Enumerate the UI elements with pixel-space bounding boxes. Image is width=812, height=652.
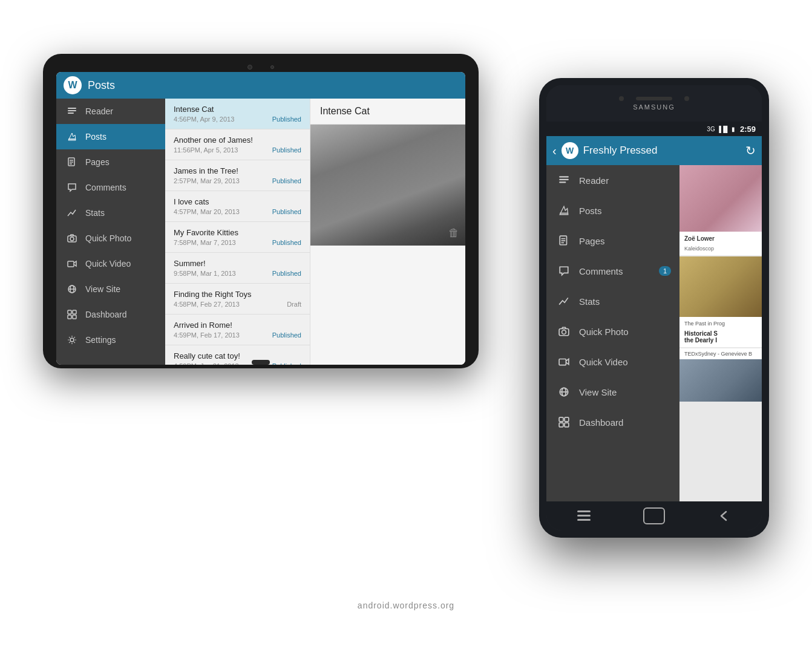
phone-sidebar-pages[interactable]: Pages [546,226,679,256]
phone-sidebar-view-site[interactable]: View Site [546,377,679,407]
post-meta-0: 4:56PM, Apr 9, 2013 Published [174,116,301,123]
post-item-7[interactable]: Arrived in Rome! 4:59PM, Feb 17, 2013 Pu… [165,315,310,345]
tablet-home-button[interactable] [252,360,270,365]
post-item-3[interactable]: I love cats 4:57PM, Mar 20, 2013 Publish… [165,191,310,222]
phone-posts-icon [557,204,571,217]
svg-rect-19 [559,176,569,177]
sidebar-label-quick-photo: Quick Photo [85,233,131,243]
svg-rect-39 [577,519,591,521]
svg-rect-2 [68,112,74,114]
phone-home-button[interactable] [643,507,665,524]
phone-back-button-nav[interactable] [709,505,739,527]
post-item-1[interactable]: Another one of James! 11:56PM, Apr 5, 20… [165,129,310,160]
sidebar-item-dashboard[interactable]: Dashboard [56,302,165,327]
phone-sidebar-stats[interactable]: Stats [546,286,679,316]
sidebar-item-posts[interactable]: Posts [56,124,165,149]
sidebar-item-comments[interactable]: Comments [56,175,165,200]
post-title-2: James in the Tree! [174,166,301,175]
view-site-icon [66,283,78,295]
phone-label-posts: Posts [579,206,602,216]
phone-label-view-site: View Site [579,387,617,397]
post-item-6[interactable]: Finding the Right Toys 4:58PM, Feb 27, 2… [165,284,310,315]
post-item-8[interactable]: Really cute cat toy! 4:59PM, Jan 21, 201… [165,345,310,365]
sidebar-label-quick-video: Quick Video [85,259,131,269]
svg-rect-29 [559,359,566,365]
post-meta-5: 9:58PM, Mar 1, 2013 Published [174,270,301,277]
preview-card-1-image [679,165,762,232]
phone-menu-button[interactable] [569,505,599,527]
sidebar-label-comments: Comments [85,183,126,192]
svg-rect-37 [577,510,591,512]
phone-sensors [619,96,689,101]
sidebar-label-settings: Settings [85,335,116,345]
samsung-brand: SAMSUNG [633,103,675,111]
phone-stats-icon [557,295,571,308]
preview-card-2-image [679,256,762,317]
post-item-4[interactable]: My Favorite Kitties 7:58PM, Mar 7, 2013 … [165,222,310,253]
svg-rect-16 [68,315,71,319]
phone-reader-icon [557,174,571,187]
phone-sidebar-quick-photo[interactable]: Quick Photo [546,316,679,347]
sidebar-item-reader[interactable]: Reader [56,99,165,124]
post-meta-4: 7:58PM, Mar 7, 2013 Published [174,239,301,246]
post-item-5[interactable]: Summer! 9:58PM, Mar 1, 2013 Published [165,253,310,284]
phone-label-quick-video: Quick Video [579,357,628,367]
phone-sidebar-posts[interactable]: Posts [546,195,679,226]
post-item-0[interactable]: Intense Cat 4:56PM, Apr 9, 2013 Publishe… [165,99,310,129]
phone-top-bezel: SAMSUNG [546,85,762,122]
phone-view-site-icon [557,385,571,399]
phone-content: Reader Posts Pages [546,165,762,501]
tablet-camera [247,65,252,70]
phone-label-pages: Pages [579,236,605,246]
post-item-2[interactable]: James in the Tree! 2:57PM, Mar 29, 2013 … [165,160,310,191]
phone-sidebar-comments[interactable]: Comments 1 [546,256,679,286]
phone-sidebar-dashboard[interactable]: Dashboard [546,407,679,437]
phone-app: ‹ W Freshly Pressed ↻ [546,136,762,530]
svg-rect-33 [559,417,563,422]
trash-icon[interactable]: 🗑 [448,227,459,240]
phone-label-dashboard: Dashboard [579,417,623,428]
post-meta-8: 4:59PM, Jan 21, 2013 Published [174,362,301,365]
battery-icon: ▮ [732,126,735,132]
post-title-3: I love cats [174,197,301,206]
preview-card-2[interactable]: The Past in Prog Historical Sthe Dearly … [679,256,762,347]
phone-sidebar-reader[interactable]: Reader [546,165,679,195]
comments-badge: 1 [659,266,671,276]
svg-rect-36 [565,423,569,427]
phone-quick-photo-icon [557,325,571,338]
svg-rect-34 [565,417,569,422]
sidebar-item-view-site[interactable]: View Site [56,276,165,302]
reader-icon [66,105,78,117]
preview-card-3[interactable]: TEDxSydney - Genevieve B [679,348,762,402]
preview-card-1[interactable]: Zoë Lower Kaleidoscop [679,165,762,255]
dashboard-icon [66,308,78,321]
sidebar-item-quick-video[interactable]: Quick Video [56,251,165,276]
wp-initial: W [68,80,77,91]
tablet-screen: W Posts Reader [56,72,465,365]
svg-point-9 [70,237,74,241]
sidebar-item-settings[interactable]: Settings [56,327,165,353]
preview-card-3-image [679,359,762,402]
wordpress-logo: W [64,76,82,94]
sensor-dot [684,96,689,101]
phone-back-button[interactable]: ‹ [552,144,557,158]
preview-image: 🗑 [310,125,465,246]
post-meta-6: 4:58PM, Feb 27, 2013 Draft [174,301,301,308]
svg-rect-15 [73,310,76,314]
sidebar-item-stats[interactable]: Stats [56,200,165,226]
sidebar-item-quick-photo[interactable]: Quick Photo [56,226,165,251]
svg-rect-10 [68,261,74,267]
post-title-8: Really cute cat toy! [174,351,301,360]
phone-sidebar-quick-video[interactable]: Quick Video [546,347,679,377]
cat-image [310,125,465,246]
sidebar-item-pages[interactable]: Pages [56,149,165,175]
phone-topbar: ‹ W Freshly Pressed ↻ [546,136,762,165]
post-meta-2: 2:57PM, Mar 29, 2013 Published [174,177,301,184]
refresh-button[interactable]: ↻ [745,143,756,158]
post-title-5: Summer! [174,259,301,268]
quick-photo-icon [66,232,78,244]
quick-video-icon [66,258,78,270]
post-title-4: My Favorite Kitties [174,228,301,237]
svg-point-18 [70,338,74,342]
preview-card-2-author: The Past in Prog [679,317,762,330]
